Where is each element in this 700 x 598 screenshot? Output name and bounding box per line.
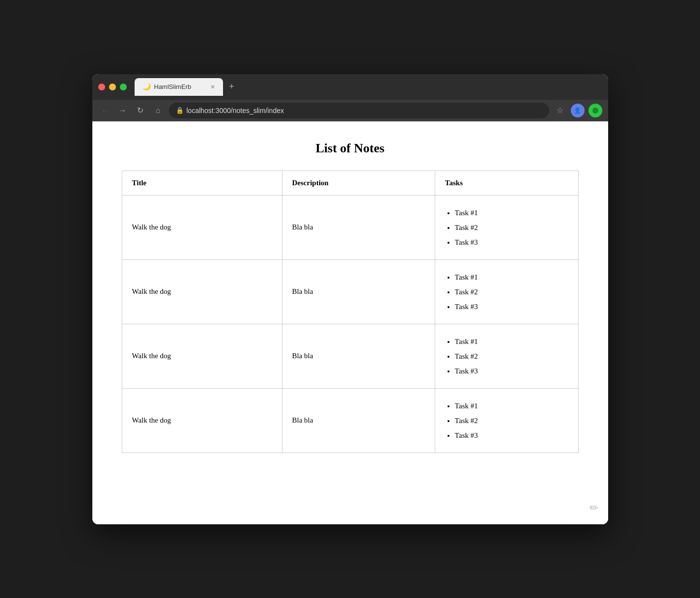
home-button[interactable]: ⌂ — [151, 104, 165, 117]
address-input[interactable]: 🔒 localhost:3000/notes_slim/index — [169, 103, 549, 118]
tab-title-label: HamlSlimErb — [154, 83, 206, 90]
task-item: Task #3 — [455, 428, 568, 443]
cell-description: Bla bla — [282, 195, 435, 259]
maximize-button[interactable] — [120, 84, 127, 90]
reload-button[interactable]: ↻ — [134, 104, 147, 117]
task-item: Task #3 — [455, 364, 568, 378]
task-item: Task #1 — [455, 205, 568, 220]
task-item: Task #1 — [455, 334, 568, 349]
active-tab[interactable]: 🌙 HamlSlimErb ✕ — [135, 78, 223, 96]
title-bar: 🌙 HamlSlimErb ✕ + — [92, 74, 608, 100]
profile-avatar[interactable]: 👤 — [571, 104, 585, 117]
traffic-lights — [98, 84, 127, 90]
table-header-row: Title Description Tasks — [122, 171, 578, 195]
cell-tasks: Task #1Task #2Task #3 — [435, 324, 578, 388]
task-item: Task #3 — [455, 299, 568, 314]
page-title: List of Notes — [122, 141, 579, 156]
cell-description: Bla bla — [282, 324, 435, 388]
task-item: Task #1 — [455, 270, 568, 285]
task-item: Task #2 — [455, 285, 568, 299]
new-tab-button[interactable]: + — [225, 80, 239, 94]
url-display: localhost:3000/notes_slim/index — [187, 107, 284, 114]
tab-favicon-icon: 🌙 — [142, 83, 150, 91]
extension-dot — [592, 108, 598, 114]
lock-icon: 🔒 — [176, 107, 184, 114]
notes-table: Title Description Tasks Walk the dogBla … — [122, 171, 579, 453]
cell-tasks: Task #1Task #2Task #3 — [435, 388, 578, 453]
column-tasks: Tasks — [435, 171, 578, 195]
page-content: List of Notes Title Description Tasks Wa… — [92, 121, 608, 524]
extension-icon[interactable] — [588, 104, 602, 117]
tab-bar: 🌙 HamlSlimErb ✕ + — [135, 78, 602, 96]
back-button[interactable]: ← — [98, 104, 112, 117]
minimize-button[interactable] — [109, 84, 116, 90]
browser-actions: ☆ 👤 — [553, 104, 602, 117]
task-item: Task #2 — [455, 349, 568, 364]
cell-title: Walk the dog — [122, 259, 282, 324]
table-row: Walk the dogBla blaTask #1Task #2Task #3 — [122, 195, 578, 259]
cell-description: Bla bla — [282, 388, 435, 453]
close-button[interactable] — [98, 84, 105, 90]
table-row: Walk the dogBla blaTask #1Task #2Task #3 — [122, 388, 578, 453]
task-item: Task #2 — [455, 220, 568, 235]
column-title: Title — [122, 171, 282, 195]
cell-description: Bla bla — [282, 259, 435, 324]
task-item: Task #3 — [455, 235, 568, 250]
task-item: Task #2 — [455, 413, 568, 428]
cell-tasks: Task #1Task #2Task #3 — [435, 195, 578, 259]
cell-tasks: Task #1Task #2Task #3 — [435, 259, 578, 324]
browser-window: 🌙 HamlSlimErb ✕ + ← → ↻ ⌂ 🔒 localhost:30… — [92, 74, 608, 524]
forward-button[interactable]: → — [116, 104, 130, 117]
cell-title: Walk the dog — [122, 195, 282, 259]
column-description: Description — [282, 171, 435, 195]
task-item: Task #1 — [455, 399, 568, 413]
table-row: Walk the dogBla blaTask #1Task #2Task #3 — [122, 259, 578, 324]
cell-title: Walk the dog — [122, 388, 282, 453]
tab-close-button[interactable]: ✕ — [210, 84, 215, 90]
avatar-icon: 👤 — [574, 107, 581, 114]
bookmark-button[interactable]: ☆ — [553, 104, 567, 117]
edit-icon: ✏ — [589, 502, 598, 514]
address-bar: ← → ↻ ⌂ 🔒 localhost:3000/notes_slim/inde… — [92, 100, 608, 121]
cell-title: Walk the dog — [122, 324, 282, 388]
table-row: Walk the dogBla blaTask #1Task #2Task #3 — [122, 324, 578, 388]
